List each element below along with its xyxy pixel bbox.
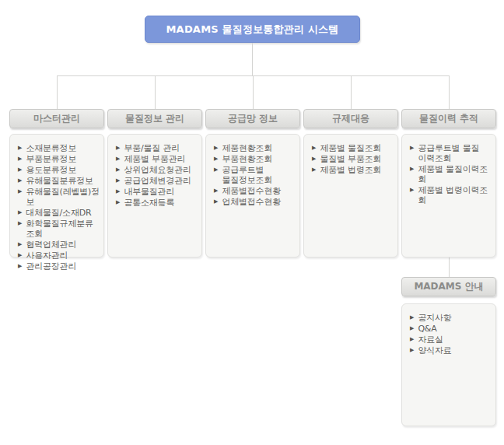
menu-item[interactable]: ▶ 용도분류정보 bbox=[18, 165, 100, 175]
menu-item[interactable]: ▶ 유해물질(레벨별)정보 bbox=[18, 187, 100, 207]
arrow-bullet-icon: ▶ bbox=[214, 165, 218, 175]
arrow-bullet-icon: ▶ bbox=[116, 154, 120, 164]
arrow-bullet-icon: ▶ bbox=[116, 143, 120, 153]
category-header-material-info[interactable]: 물질정보 관리 bbox=[107, 109, 202, 128]
menu-item-label: 공급루트별 물질정보조회 bbox=[222, 165, 272, 185]
arrow-bullet-icon: ▶ bbox=[410, 313, 414, 323]
menu-item[interactable]: ▶ 소재분류정보 bbox=[18, 143, 100, 153]
menu-item[interactable]: ▶ 공급루트별 물질 이력조회 bbox=[410, 143, 492, 163]
menu-item[interactable]: ▶ 공급업체변경관리 bbox=[116, 176, 198, 186]
menu-item[interactable]: ▶ 제품별접수현황 bbox=[214, 186, 296, 196]
menu-item[interactable]: ▶ 상위업체요청관리 bbox=[116, 165, 198, 175]
arrow-bullet-icon: ▶ bbox=[312, 143, 316, 153]
menu-item[interactable]: ▶ 공급루트별 물질정보조회 bbox=[214, 165, 296, 185]
menu-item[interactable]: ▶ 부품현황조회 bbox=[214, 154, 296, 164]
arrow-bullet-icon: ▶ bbox=[18, 251, 22, 261]
menu-item[interactable]: ▶ 부품/물질 관리 bbox=[116, 143, 198, 153]
menu-item[interactable]: ▶ 부품분류정보 bbox=[18, 154, 100, 164]
column-master-management: 마스터관리 ▶ 소재분류정보 ▶ 부품분류정보 ▶ 용도분류정보 bbox=[9, 109, 104, 258]
menu-item[interactable]: ▶ Q&A bbox=[410, 324, 492, 334]
menu-item-label: 공급루트별 물질 이력조회 bbox=[418, 143, 479, 163]
menu-item-label: 소재분류정보 bbox=[26, 143, 76, 153]
menu-item[interactable]: ▶ 관리공장관리 bbox=[18, 261, 100, 272]
arrow-bullet-icon: ▶ bbox=[410, 335, 414, 345]
menu-item[interactable]: ▶ 업체별접수현황 bbox=[214, 197, 296, 207]
menu-item-label: 유해물질(레벨별)정보 bbox=[26, 187, 100, 207]
menu-item[interactable]: ▶ 제품별 법령이력조회 bbox=[410, 185, 492, 205]
connector-line bbox=[449, 258, 450, 277]
menu-item-label: Q&A bbox=[418, 324, 436, 334]
arrow-bullet-icon: ▶ bbox=[312, 154, 316, 164]
menu-item[interactable]: ▶ 공통소재등록 bbox=[116, 198, 198, 208]
sitemap-diagram: MADAMS 물질정보통합관리 시스템 마스터관리 ▶ 소재분류정보 ▶ 부품분… bbox=[0, 0, 504, 445]
arrow-bullet-icon: ▶ bbox=[18, 165, 22, 175]
arrow-bullet-icon: ▶ bbox=[312, 165, 316, 175]
column-regulation-response: 규제대응 ▶ 제품별 물질조회 ▶ 물질별 부품조회 ▶ 제품별 법령조회 bbox=[303, 109, 398, 258]
menu-item[interactable]: ▶ 제품별 법령조회 bbox=[312, 165, 394, 175]
menu-item-label: 물질별 부품조회 bbox=[320, 154, 381, 164]
arrow-bullet-icon: ▶ bbox=[410, 143, 414, 153]
arrow-bullet-icon: ▶ bbox=[214, 154, 218, 164]
menu-item[interactable]: ▶ 유해물질분류정보 bbox=[18, 176, 100, 186]
menu-item-label: 내부물질관리 bbox=[124, 187, 174, 197]
menu-item-label: 사용자관리 bbox=[26, 251, 68, 261]
menu-list-regulation-response: ▶ 제품별 물질조회 ▶ 물질별 부품조회 ▶ 제품별 법령조회 bbox=[303, 134, 398, 258]
menu-item[interactable]: ▶ 물질별 부품조회 bbox=[312, 154, 394, 164]
menu-item[interactable]: ▶ 화학물질규제분류조회 bbox=[18, 219, 100, 239]
menu-item-label: 관리공장관리 bbox=[26, 261, 76, 272]
arrow-bullet-icon: ▶ bbox=[18, 240, 22, 250]
menu-item-label: 부품현황조회 bbox=[222, 154, 272, 164]
category-header-regulation-response[interactable]: 규제대응 bbox=[303, 109, 398, 128]
menu-item[interactable]: ▶ 양식자료 bbox=[410, 345, 492, 356]
arrow-bullet-icon: ▶ bbox=[116, 165, 120, 175]
menu-item[interactable]: ▶ 내부물질관리 bbox=[116, 187, 198, 197]
connector-line bbox=[253, 75, 254, 109]
menu-item[interactable]: ▶ 제품별 물질이력조회 bbox=[410, 164, 492, 184]
menu-item[interactable]: ▶ 제품현황조회 bbox=[214, 143, 296, 153]
menu-item-label: 제품현황조회 bbox=[222, 143, 272, 153]
menu-item-label: 부품/물질 관리 bbox=[124, 143, 180, 153]
menu-item[interactable]: ▶ 대체물질/소재DR bbox=[18, 208, 100, 218]
category-header-material-history[interactable]: 물질이력 추적 bbox=[401, 109, 496, 128]
arrow-bullet-icon: ▶ bbox=[214, 143, 218, 153]
arrow-bullet-icon: ▶ bbox=[18, 208, 22, 218]
connector-line bbox=[155, 75, 156, 109]
menu-list-master-management: ▶ 소재분류정보 ▶ 부품분류정보 ▶ 용도분류정보 ▶ 유해물질분류정보 bbox=[9, 134, 104, 258]
menu-item-label: 자료실 bbox=[418, 335, 443, 345]
arrow-bullet-icon: ▶ bbox=[214, 197, 218, 207]
menu-list-material-info: ▶ 부품/물질 관리 ▶ 제품별 부품관리 ▶ 상위업체요청관리 ▶ 공급업체변… bbox=[107, 134, 202, 258]
arrow-bullet-icon: ▶ bbox=[410, 345, 414, 356]
menu-list-material-history: ▶ 공급루트별 물질 이력조회 ▶ 제품별 물질이력조회 ▶ 제품별 법령이력조… bbox=[401, 134, 496, 258]
menu-item-label: 제품별 부품관리 bbox=[124, 154, 185, 164]
arrow-bullet-icon: ▶ bbox=[410, 324, 414, 334]
arrow-bullet-icon: ▶ bbox=[410, 164, 414, 174]
menu-item-label: 양식자료 bbox=[418, 345, 451, 356]
menu-item[interactable]: ▶ 협력업체관리 bbox=[18, 240, 100, 250]
menu-item-label: 상위업체요청관리 bbox=[124, 165, 191, 175]
arrow-bullet-icon: ▶ bbox=[18, 219, 22, 229]
category-header-master-management[interactable]: 마스터관리 bbox=[9, 109, 104, 128]
connector-line bbox=[351, 75, 352, 109]
menu-item-label: 공통소재등록 bbox=[124, 198, 174, 208]
menu-item-label: 제품별 법령이력조회 bbox=[418, 185, 492, 205]
column-material-history: 물질이력 추적 ▶ 공급루트별 물질 이력조회 ▶ 제품별 물질이력조회 ▶ 제… bbox=[401, 109, 496, 258]
menu-item[interactable]: ▶ 사용자관리 bbox=[18, 251, 100, 261]
menu-item[interactable]: ▶ 공지사항 bbox=[410, 313, 492, 323]
menu-item-label: 공지사항 bbox=[418, 313, 451, 323]
arrow-bullet-icon: ▶ bbox=[18, 187, 22, 197]
arrow-bullet-icon: ▶ bbox=[18, 176, 22, 186]
menu-item[interactable]: ▶ 제품별 부품관리 bbox=[116, 154, 198, 164]
menu-item-label: 협력업체관리 bbox=[26, 240, 76, 250]
menu-item[interactable]: ▶ 제품별 물질조회 bbox=[312, 143, 394, 153]
connector-line bbox=[449, 75, 450, 109]
arrow-bullet-icon: ▶ bbox=[18, 261, 22, 272]
category-header-supply-chain[interactable]: 공급망 정보 bbox=[205, 109, 300, 128]
menu-item-label: 제품별 법령조회 bbox=[320, 165, 381, 175]
category-header-madams-info[interactable]: MADAMS 안내 bbox=[401, 277, 496, 296]
menu-item-label: 제품별 물질조회 bbox=[320, 143, 381, 153]
column-supply-chain: 공급망 정보 ▶ 제품현황조회 ▶ 부품현황조회 ▶ 공급루트별 물질정보조회 bbox=[205, 109, 300, 258]
arrow-bullet-icon: ▶ bbox=[214, 186, 218, 196]
menu-item-label: 화학물질규제분류조회 bbox=[26, 219, 100, 239]
menu-list-supply-chain: ▶ 제품현황조회 ▶ 부품현황조회 ▶ 공급루트별 물질정보조회 ▶ 제품별접수… bbox=[205, 134, 300, 258]
menu-item[interactable]: ▶ 자료실 bbox=[410, 335, 492, 345]
